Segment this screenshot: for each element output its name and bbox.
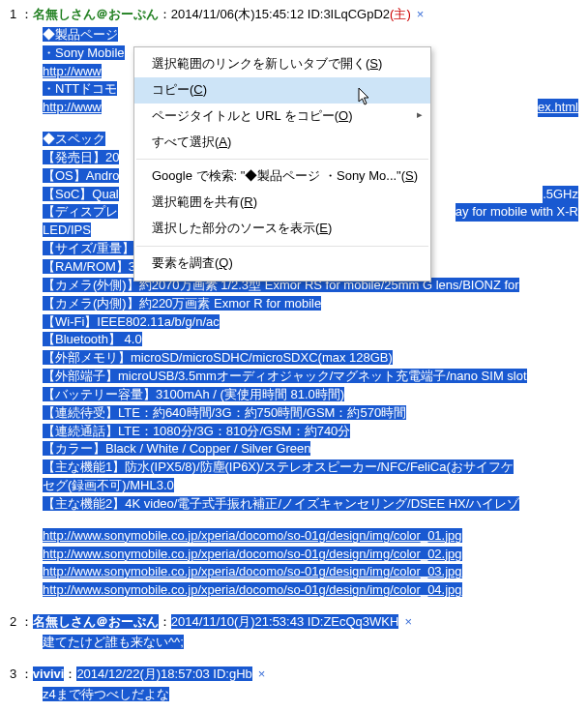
context-menu-accelerator: A (219, 134, 227, 149)
post-id[interactable]: ID:gHb (213, 667, 251, 681)
body-text: z4まで待つべしだよな (43, 687, 169, 701)
context-menu: 選択範囲のリンクを新しいタブで開く(S)コピー(C)ページタイトルと URL を… (133, 46, 431, 281)
body-text: 【Bluetooth】 4.0 (43, 332, 142, 346)
link-text[interactable]: http://www.sonymobile.co.jp/xperia/docom… (43, 582, 462, 597)
post-header: 2 ：名無しさん＠おーぷん：2014/11/10(月)21:53:43 ID:Z… (10, 613, 578, 632)
context-menu-item-label: 選択範囲のリンクを新しいタブで開く( (152, 56, 369, 71)
link-text[interactable]: http://www (43, 64, 102, 78)
context-menu-item-label: すべて選択( (152, 134, 219, 149)
post-date: 2014/12/22(月)18:57:03 (76, 667, 213, 681)
context-menu-separator (136, 159, 428, 160)
post-text-line: 【カラー】Black / White / Copper / Silver Gre… (43, 440, 578, 459)
post-body: z4まで待つべしだよな (43, 686, 578, 704)
context-menu-item[interactable]: すべて選択(A) (134, 130, 430, 156)
post-text-line: ◆製品ページ (43, 26, 578, 44)
body-text: 【連続待受】LTE：約640時間/3G：約750時間/GSM：約570時間 (43, 405, 406, 420)
context-menu-item[interactable]: Google で検索: "◆製品ページ ・Sony Mo..."(S) (134, 163, 430, 190)
link-text[interactable]: http://www.sonymobile.co.jp/xperia/docom… (43, 528, 462, 543)
context-menu-item-label: コピー( (152, 82, 193, 97)
post-date: 2014/11/06(木)15:45:12 (171, 7, 308, 21)
context-menu-accelerator: S (369, 56, 378, 71)
post-text-line: 【主な機能2】4K video/電子式手振れ補正/ノイズキャンセリング/DSEE… (43, 495, 578, 514)
context-menu-accelerator: C (193, 82, 202, 97)
body-text: 【発売日】20 (43, 150, 119, 164)
forum-post: 2 ：名無しさん＠おーぷん：2014/11/10(月)21:53:43 ID:Z… (10, 613, 578, 652)
body-text: 【外部メモリ】microSD/microSDHC/microSDXC(max 1… (43, 350, 393, 365)
close-post-button[interactable]: × (258, 667, 266, 681)
context-menu-item[interactable]: 要素を調査(Q) (134, 251, 430, 277)
context-menu-item-label: ページタイトルと URL をコピー( (152, 108, 338, 123)
body-text: ・Sony Mobile (43, 45, 125, 60)
post-header: 3 ：vivivi：2014/12/22(月)18:57:03 ID:gHb× (10, 666, 578, 684)
context-menu-accelerator: O (338, 108, 348, 123)
link-text[interactable]: http://www (43, 100, 102, 114)
context-menu-item-label: 選択した部分のソースを表示( (152, 221, 319, 235)
post-text-line: 【Bluetooth】 4.0 (43, 331, 578, 349)
body-text: 【カラー】Black / White / Copper / Silver Gre… (43, 441, 310, 456)
post-author[interactable]: 名無しさん＠おーぷん (33, 7, 159, 21)
post-text-line: 【連続待受】LTE：約640時間/3G：約750時間/GSM：約570時間 (43, 404, 578, 423)
context-menu-separator (136, 246, 428, 247)
post-author[interactable]: vivivi (33, 667, 65, 681)
context-menu-item-label: 選択範囲を共有( (152, 194, 244, 209)
post-id[interactable]: ID:ZEcQq3WKH (308, 614, 399, 629)
body-text: 【主な機能2】4K video/電子式手振れ補正/ノイズキャンセリング/DSEE… (43, 496, 519, 511)
separator: ： (159, 7, 171, 21)
context-menu-accelerator: R (244, 194, 252, 209)
close-post-button[interactable]: × (404, 614, 412, 629)
context-menu-item[interactable]: コピー(C) (134, 77, 430, 104)
post-date: 2014/11/10(月)21:53:43 (171, 614, 308, 629)
separator: ： (159, 614, 171, 629)
context-menu-item[interactable]: 選択した部分のソースを表示(E) (134, 216, 430, 242)
text: ) (328, 221, 332, 235)
body-text: 【SoC】Qual (43, 187, 119, 201)
link-text[interactable]: http://www.sonymobile.co.jp/xperia/docom… (43, 547, 462, 561)
link-text[interactable]: http://www.sonymobile.co.jp/xperia/docom… (43, 564, 462, 578)
post-link-line[interactable]: http://www.sonymobile.co.jp/xperia/docom… (43, 546, 578, 564)
post-number: 3 ： (10, 667, 33, 681)
post-text-line: セグ(録画不可)/MHL3.0 (43, 477, 578, 495)
post-header: 1 ：名無しさん＠おーぷん：2014/11/06(木)15:45:12 ID:3… (10, 6, 578, 24)
context-menu-accelerator: Q (219, 255, 228, 270)
body-text: ◆スペック (43, 132, 105, 146)
context-menu-accelerator: S (405, 168, 414, 183)
body-text: 建てたけど誰も来ない^^; (43, 635, 184, 649)
post-link-line[interactable]: http://www.sonymobile.co.jp/xperia/docom… (43, 527, 578, 546)
post-author[interactable]: 名無しさん＠おーぷん (33, 614, 159, 629)
body-text: セグ(録画不可)/MHL3.0 (43, 478, 174, 492)
context-menu-item-label: 要素を調査( (152, 255, 219, 270)
body-text: 【外部端子】microUSB/3.5mmオーディオジャック/マグネット充電端子/… (43, 369, 527, 383)
context-menu-item[interactable]: 選択範囲のリンクを新しいタブで開く(S) (134, 51, 430, 77)
text: ) (414, 168, 418, 183)
post-text-line: 【Wi-Fi】IEEE802.11a/b/g/n/ac (43, 313, 578, 332)
text: ) (253, 194, 257, 209)
body-text-tail: ay for mobile with X-R (456, 203, 578, 222)
post-number: 1 ： (10, 7, 33, 21)
thread-owner-mark: (主) (390, 7, 411, 21)
body-text: 【OS】Andro (43, 168, 119, 183)
post-number: 2 ： (10, 614, 33, 629)
blank-line (43, 514, 578, 527)
body-text: ・NTTドコモ (43, 81, 117, 96)
forum-post: 3 ：vivivi：2014/12/22(月)18:57:03 ID:gHb×z… (10, 666, 578, 704)
text: ) (378, 56, 382, 71)
context-menu-item[interactable]: ページタイトルと URL をコピー(O) (134, 104, 430, 130)
post-text-line: 【外部端子】microUSB/3.5mmオーディオジャック/マグネット充電端子/… (43, 368, 578, 386)
text: ) (228, 255, 232, 270)
post-text-line: 建てたけど誰も来ない^^; (43, 634, 578, 652)
post-id[interactable]: ID:3ILqCGpD2 (308, 7, 390, 21)
context-menu-item[interactable]: 選択範囲を共有(R) (134, 190, 430, 216)
post-link-line[interactable]: http://www.sonymobile.co.jp/xperia/docom… (43, 581, 578, 600)
body-text: 【ディスプレ (43, 204, 118, 219)
close-post-button[interactable]: × (417, 7, 425, 21)
post-body: 建てたけど誰も来ない^^; (43, 634, 578, 652)
body-text-tail: ex.html (538, 99, 578, 117)
post-text-line: 【バッテリー容量】3100mAh / (実使用時間 81.0時間) (43, 386, 578, 404)
post-link-line[interactable]: http://www.sonymobile.co.jp/xperia/docom… (43, 563, 578, 581)
body-text: 【Wi-Fi】IEEE802.11a/b/g/n/ac (43, 314, 220, 329)
body-text: 【連続通話】LTE：1080分/3G：810分/GSM：約740分 (43, 424, 350, 438)
body-text: 【主な機能1】防水(IPX5/8)/防塵(IP6X)/ステレオスピーカー/NFC… (43, 459, 514, 474)
post-text-line: 【カメラ(内側)】約220万画素 Exmor R for mobile (43, 295, 578, 313)
body-text: 【バッテリー容量】3100mAh / (実使用時間 81.0時間) (43, 387, 344, 401)
text: ) (227, 134, 231, 149)
